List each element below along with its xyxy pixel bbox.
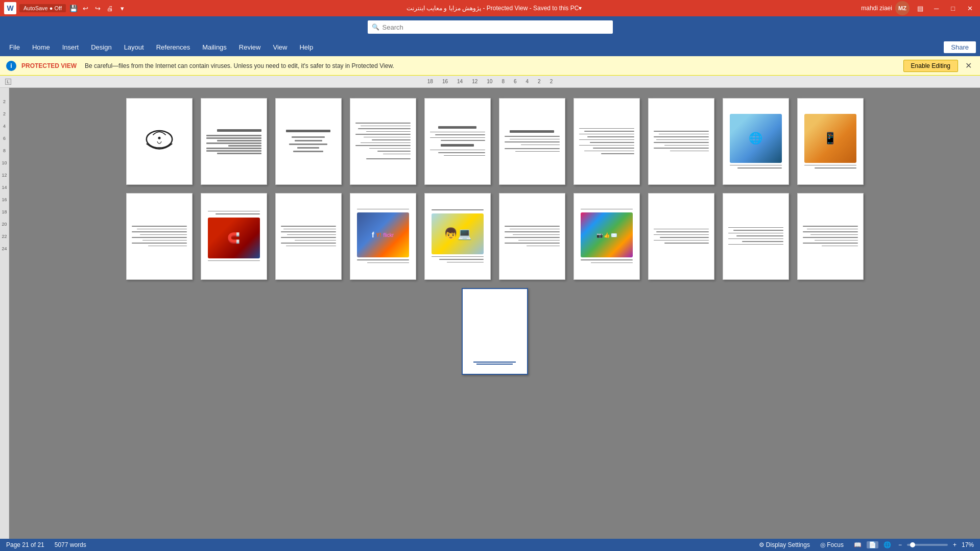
page-thumb-5[interactable] [424, 98, 491, 185]
page-thumb-6[interactable] [499, 98, 565, 185]
ruler-num: 8 [501, 79, 505, 84]
text-line [505, 226, 560, 227]
page-inner-18 [649, 194, 714, 279]
ribbon-display-icon[interactable]: ▤ [916, 4, 925, 13]
left-ruler: 2 2 4 6 8 10 12 14 16 18 20 22 24 [0, 88, 9, 539]
text-line [358, 128, 411, 129]
ruler: 18 16 14 12 10 8 6 4 2 2 L [0, 76, 980, 88]
page-inner-4 [350, 99, 416, 184]
text-line [357, 259, 409, 260]
text-line [505, 136, 560, 137]
close-protected-bar-button[interactable]: ✕ [963, 61, 974, 70]
search-wrapper: 🔍 [368, 20, 613, 34]
page-thumb-20[interactable] [797, 193, 864, 280]
page-thumb-10[interactable]: 📱 [797, 98, 864, 185]
menu-mailings[interactable]: Mailings [197, 41, 232, 53]
text-line [206, 148, 261, 149]
document-area[interactable]: 🌐 📱 [9, 88, 980, 539]
page-text-10 [804, 165, 856, 170]
page-thumb-12[interactable]: 🧲 [201, 193, 267, 280]
page-thumb-13[interactable] [275, 193, 342, 280]
menu-bar: File Home Insert Design Layout Reference… [0, 38, 980, 56]
page-text-3 [281, 130, 336, 153]
menu-file[interactable]: File [4, 41, 25, 53]
menu-home[interactable]: Home [27, 41, 55, 53]
page-thumb-2[interactable] [201, 98, 267, 185]
page-text-12a [208, 211, 260, 215]
display-settings-button[interactable]: ⚙ Display Settings [757, 541, 812, 548]
search-input[interactable] [383, 23, 609, 31]
page-thumb-21[interactable] [462, 288, 528, 375]
page-inner-5 [425, 99, 490, 184]
text-line [372, 139, 411, 140]
menu-references[interactable]: References [151, 41, 195, 53]
text-line [654, 234, 709, 235]
text-line [601, 153, 634, 154]
page-thumb-7[interactable] [573, 98, 640, 185]
focus-button[interactable]: ◎ Focus [818, 541, 846, 548]
page-thumb-9[interactable]: 🌐 [723, 98, 789, 185]
page-thumb-18[interactable] [648, 193, 714, 280]
page-thumb-3[interactable] [275, 98, 342, 185]
zoom-slider[interactable] [907, 544, 948, 546]
menu-design[interactable]: Design [86, 41, 116, 53]
page-thumb-4[interactable] [350, 98, 416, 185]
menu-view[interactable]: View [268, 41, 292, 53]
zoom-in-button[interactable]: + [951, 541, 959, 548]
print-view-button[interactable]: 📄 [867, 541, 878, 548]
print-icon[interactable]: 🖨 [106, 4, 115, 13]
page-thumb-14[interactable]: f Y! flickr [350, 193, 416, 280]
page-thumb-1[interactable] [126, 98, 193, 185]
restore-button[interactable]: □ [948, 5, 958, 12]
autosave-button[interactable]: AutoSave ● Off [19, 4, 66, 12]
text-line [295, 240, 336, 241]
minimize-button[interactable]: ─ [931, 5, 942, 12]
text-line [444, 155, 485, 156]
text-line [737, 167, 782, 169]
user-avatar[interactable]: MZ [895, 1, 910, 15]
zoom-out-button[interactable]: − [896, 541, 904, 548]
web-view-button[interactable]: 🌐 [881, 541, 893, 548]
text-line [728, 227, 783, 228]
menu-help[interactable]: Help [294, 41, 318, 53]
redo-icon[interactable]: ↪ [93, 4, 103, 13]
text-line [510, 139, 559, 140]
title-bar-left: W AutoSave ● Off 💾 ↩ ↪ 🖨 ▾ [4, 2, 127, 14]
focus-icon: ◎ [820, 541, 825, 548]
page-inner-2 [201, 99, 267, 184]
child-computer-image: 👦💻 [432, 213, 484, 254]
menu-layout[interactable]: Layout [119, 41, 149, 53]
customize-icon[interactable]: ▾ [118, 4, 127, 13]
ruler-num-20: 20 [0, 214, 9, 227]
menu-review[interactable]: Review [234, 41, 266, 53]
read-view-button[interactable]: 📖 [852, 541, 864, 548]
enable-editing-button[interactable]: Enable Editing [903, 60, 958, 72]
page-thumb-17[interactable]: 📷👍✉️ [573, 193, 640, 280]
text-line [430, 150, 485, 151]
share-button[interactable]: Share [944, 41, 976, 53]
text-line [815, 240, 857, 241]
page-thumb-11[interactable] [126, 193, 193, 280]
page-text-13 [281, 226, 336, 247]
page-text-6 [505, 130, 560, 153]
svg-point-1 [158, 137, 160, 139]
page-thumb-16[interactable] [499, 193, 565, 280]
page-thumb-8[interactable] [648, 98, 714, 185]
text-line [430, 132, 485, 133]
protected-label: PROTECTED VIEW [21, 62, 77, 69]
text-line [137, 229, 186, 230]
page-text-9 [730, 165, 782, 170]
page-thumb-15[interactable]: 👦💻 [424, 193, 491, 280]
text-line [441, 140, 485, 141]
ruler-handle[interactable]: L [5, 79, 11, 85]
text-line [132, 243, 187, 244]
save-icon[interactable]: 💾 [69, 4, 78, 13]
text-line [281, 237, 336, 238]
text-line [664, 145, 708, 146]
undo-icon[interactable]: ↩ [81, 4, 90, 13]
close-button[interactable]: ✕ [964, 5, 976, 12]
menu-insert[interactable]: Insert [57, 41, 84, 53]
text-line [286, 130, 330, 132]
ruler-num: 2 [538, 79, 541, 84]
page-thumb-19[interactable] [723, 193, 789, 280]
